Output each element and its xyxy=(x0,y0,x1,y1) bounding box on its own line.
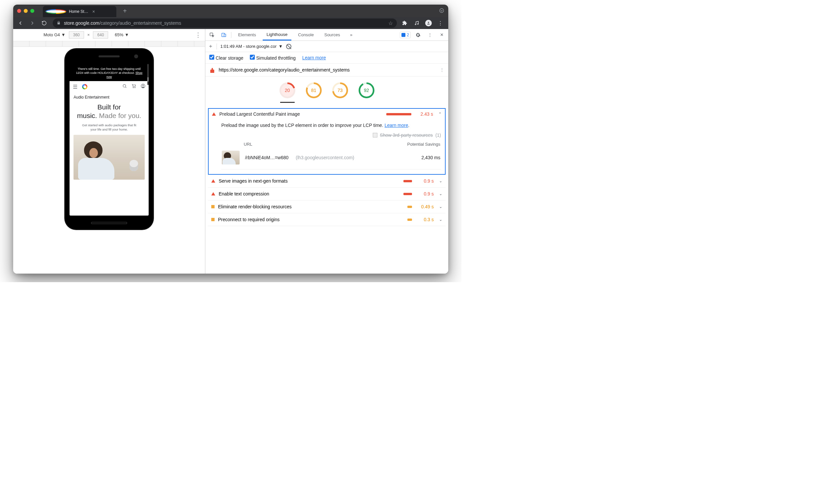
chrome-menu-icon[interactable]: ⋮ xyxy=(436,18,445,28)
svg-point-5 xyxy=(133,87,134,88)
audit-row[interactable]: Preconnect to required origins0.3 s⌄ xyxy=(208,213,446,226)
nav-forward-icon[interactable] xyxy=(27,18,37,28)
report-select[interactable]: 1:01:49 AM - store.google.cor ▼ xyxy=(220,44,283,49)
issues-badge[interactable]: 2 xyxy=(400,32,411,38)
score-gauges: 20 81 73 92 xyxy=(205,77,448,105)
audit-value: 0.49 s xyxy=(417,204,434,209)
store-body: Audio Entertainment Built for music. Mad… xyxy=(70,92,149,216)
clear-storage-checkbox[interactable]: Clear storage xyxy=(209,55,243,61)
emulation-menu-icon[interactable]: ⋮ xyxy=(195,31,201,38)
menu-icon[interactable]: ☰ xyxy=(73,84,78,90)
report-url: https://store.google.com/category/audio_… xyxy=(218,67,350,73)
home-button[interactable] xyxy=(91,222,127,224)
gauge-accessibility[interactable]: 81 xyxy=(305,82,322,103)
ruler xyxy=(13,41,205,47)
window-zoom[interactable] xyxy=(30,9,34,13)
emulation-toolbar: Moto G4 ▼ × 65% ▼ ⋮ xyxy=(13,29,205,41)
settings-icon[interactable] xyxy=(413,30,423,39)
devtools-menu-icon[interactable]: ⋮ xyxy=(425,30,434,39)
resource-path: /rbNNiE4oM…=w680 xyxy=(245,155,288,160)
close-tab-icon[interactable]: × xyxy=(92,9,113,14)
phone-frame: There's still time. Get free two-day shi… xyxy=(65,49,153,229)
audit-title: Preconnect to required origins xyxy=(218,217,404,222)
audit-title: Enable text compression xyxy=(218,191,400,196)
gauge-performance[interactable]: 20 xyxy=(279,82,296,103)
audit-header[interactable]: Preload Largest Contentful Paint image 2… xyxy=(209,109,445,119)
audit-title: Preload Largest Contentful Paint image xyxy=(219,111,383,117)
audit-preload-lcp: Preload Largest Contentful Paint image 2… xyxy=(208,108,446,175)
media-icon[interactable] xyxy=(412,18,421,28)
tab-elements[interactable]: Elements xyxy=(234,29,260,40)
svg-point-8 xyxy=(142,85,144,86)
device-toggle-icon[interactable] xyxy=(219,30,228,39)
nav-reload-icon[interactable] xyxy=(39,18,49,28)
audit-row[interactable]: Enable text compression0.9 s⌄ xyxy=(208,188,446,200)
tab-title: Home Stereo & Audio Entertain xyxy=(69,9,90,14)
window-titlebar: Home Stereo & Audio Entertain × + xyxy=(13,5,448,17)
chevron-down-icon: ⌄ xyxy=(439,179,442,183)
svg-point-3 xyxy=(428,22,429,23)
nav-back-icon[interactable] xyxy=(15,18,26,28)
svg-point-2 xyxy=(418,23,419,24)
tab-sources[interactable]: Sources xyxy=(320,29,344,40)
third-party-toggle[interactable]: Show 3rd-party resources (1) xyxy=(221,132,441,138)
hero-subtext: Get started with audio packages that fit… xyxy=(81,123,137,132)
tabs-more-icon[interactable]: » xyxy=(347,30,356,39)
height-input[interactable] xyxy=(93,31,108,38)
svg-point-0 xyxy=(440,9,444,12)
report-menu-icon[interactable]: ⋮ xyxy=(440,67,444,73)
omnibox[interactable]: store.google.com/category/audio_entertai… xyxy=(53,18,397,28)
account-icon[interactable] xyxy=(141,84,145,90)
impact-bar xyxy=(407,218,412,221)
throttling-checkbox[interactable]: Simulated throttling xyxy=(250,55,296,61)
gauge-seo[interactable]: 92 xyxy=(358,82,375,103)
impact-bar xyxy=(403,193,412,195)
profile-icon[interactable] xyxy=(424,18,433,28)
inspect-icon[interactable] xyxy=(207,30,217,39)
extensions-icon[interactable] xyxy=(400,18,409,28)
browser-tab[interactable]: Home Stereo & Audio Entertain × xyxy=(43,6,116,17)
audit-row[interactable]: Eliminate render-blocking resources0.49 … xyxy=(208,200,446,213)
zoom-select[interactable]: 65% ▼ xyxy=(115,32,129,37)
address-bar: store.google.com/category/audio_entertai… xyxy=(13,17,448,29)
window-close[interactable] xyxy=(17,9,21,13)
window-minimize[interactable] xyxy=(24,9,28,13)
tab-lighthouse[interactable]: Lighthouse xyxy=(263,29,292,40)
cart-icon[interactable] xyxy=(131,84,136,90)
audit-description: Preload the image used by the LCP elemen… xyxy=(221,123,441,128)
severity-fail-icon xyxy=(211,179,215,183)
tab-console[interactable]: Console xyxy=(294,29,318,40)
google-logo-icon[interactable] xyxy=(82,84,87,89)
svg-point-4 xyxy=(123,85,126,87)
hero-image xyxy=(74,135,145,180)
audit-value: 0.3 s xyxy=(417,217,434,222)
star-icon[interactable]: ☆ xyxy=(388,20,393,26)
chevron-down-icon: ⌄ xyxy=(439,217,442,222)
width-input[interactable] xyxy=(69,31,84,38)
gauge-best-practices[interactable]: 73 xyxy=(332,82,349,103)
audit-value: 0.9 s xyxy=(417,178,434,184)
lighthouse-icon xyxy=(209,67,215,73)
impact-bar xyxy=(386,113,411,115)
tabs-overflow-icon[interactable] xyxy=(439,8,444,14)
audit-list: Serve images in next-gen formats0.9 s⌄En… xyxy=(208,175,446,226)
audit-learn-more[interactable]: Learn more xyxy=(385,123,408,128)
resource-thumb xyxy=(222,150,240,165)
impact-bar xyxy=(407,206,412,208)
devtools-close-icon[interactable]: ✕ xyxy=(437,30,446,39)
url-text: store.google.com/category/audio_entertai… xyxy=(64,20,181,26)
section-title: Audio Entertainment xyxy=(74,95,145,100)
favicon-icon xyxy=(45,9,66,14)
clear-icon[interactable] xyxy=(286,44,291,49)
earpiece-icon xyxy=(99,56,120,57)
lock-icon xyxy=(57,21,61,26)
resource-domain: (lh3.googleusercontent.com) xyxy=(296,155,354,160)
device-select[interactable]: Moto G4 ▼ xyxy=(43,32,66,37)
search-icon[interactable] xyxy=(122,84,127,90)
page-scrollbar[interactable] xyxy=(147,64,149,85)
audit-row[interactable]: Serve images in next-gen formats0.9 s⌄ xyxy=(208,175,446,188)
new-report-icon[interactable]: ＋ xyxy=(208,43,213,50)
learn-more-link[interactable]: Learn more xyxy=(302,55,326,60)
chevron-down-icon: ⌄ xyxy=(439,204,442,209)
audit-value: 0.9 s xyxy=(417,191,434,196)
